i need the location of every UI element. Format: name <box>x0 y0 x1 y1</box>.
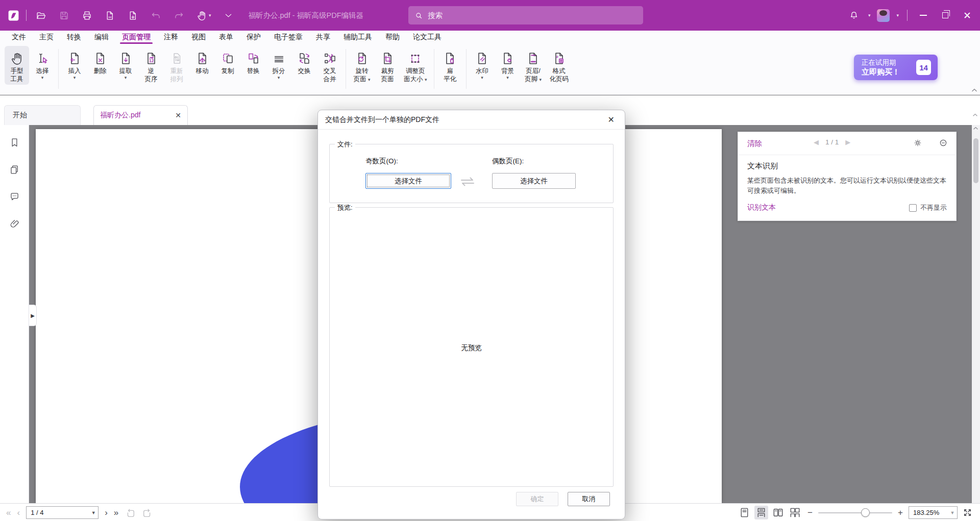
tab-document[interactable]: 福昕办公.pdf ✕ <box>93 105 188 125</box>
open-file-icon[interactable] <box>36 10 46 21</box>
dropdown-caret-icon[interactable]: ▾ <box>41 75 44 81</box>
search-input[interactable]: 搜索 <box>408 6 643 24</box>
minimize-button[interactable] <box>916 8 931 23</box>
tab-start[interactable]: 开始 <box>4 105 81 125</box>
expand-panel-handle[interactable]: ▶ <box>29 305 37 326</box>
ribbon-tool-reverse-order[interactable]: 12逆页序 <box>139 46 163 85</box>
choose-odd-file-button[interactable]: 选择文件 <box>365 173 451 189</box>
notifications-caret-icon[interactable]: ▾ <box>868 13 871 18</box>
pager-next-icon[interactable]: ▶ <box>845 138 850 146</box>
dropdown-caret-icon[interactable]: ▾ <box>125 75 127 81</box>
scrollbar-thumb[interactable] <box>973 138 978 183</box>
menu-item-help[interactable]: 帮助 <box>379 31 406 44</box>
notifications-bell-icon[interactable] <box>846 8 862 23</box>
ribbon-tool-move-pages[interactable]: 移动 <box>190 46 214 77</box>
save-icon[interactable] <box>59 10 69 21</box>
page-plus-icon[interactable] <box>128 10 138 21</box>
comments-icon[interactable] <box>9 191 20 202</box>
account-caret-icon[interactable]: ▾ <box>896 13 899 18</box>
combo-caret-icon[interactable]: ▼ <box>948 510 957 515</box>
dropdown-caret-icon[interactable]: ▾ <box>506 75 509 81</box>
single-page-icon[interactable] <box>738 506 751 519</box>
ribbon-tool-replace-pages[interactable]: 替换 <box>241 46 265 77</box>
dropdown-caret-icon[interactable]: ▾ <box>278 75 280 81</box>
undo-icon[interactable] <box>151 10 161 21</box>
collapse-card-icon[interactable] <box>939 138 948 147</box>
fullscreen-icon[interactable] <box>962 507 973 518</box>
previous-page-button[interactable]: ‹ <box>17 508 20 517</box>
ribbon-tool-delete-pages[interactable]: 删除 <box>88 46 112 77</box>
pager-prev-icon[interactable]: ◀ <box>814 138 819 146</box>
ribbon-tool-resize-pages[interactable]: 调整页面大小 ▾ <box>401 46 430 85</box>
next-view-icon[interactable] <box>142 507 153 518</box>
choose-even-file-button[interactable]: 选择文件 <box>492 173 576 189</box>
menu-item-share[interactable]: 共享 <box>309 31 337 44</box>
first-page-button[interactable]: « <box>6 508 11 517</box>
menu-item-convert[interactable]: 转换 <box>60 31 88 44</box>
ribbon-tool-extract-pages[interactable]: 提取▾ <box>113 46 138 82</box>
dialog-close-icon[interactable]: ✕ <box>605 114 618 126</box>
zoom-slider[interactable] <box>818 512 892 513</box>
ribbon-tool-swap-pages[interactable]: 交换 <box>292 46 316 77</box>
zoom-in-button[interactable]: + <box>897 508 904 518</box>
ribbon-tool-split-document[interactable]: 拆分▾ <box>266 46 291 82</box>
zoom-level-combo[interactable]: 183.25% ▼ <box>909 506 958 519</box>
menu-item-comment[interactable]: 注释 <box>157 31 185 44</box>
menu-item-file[interactable]: 文件 <box>5 31 33 44</box>
restore-button[interactable] <box>938 8 953 23</box>
ribbon-tool-header-footer[interactable]: 页眉/页脚 ▾ <box>521 46 546 85</box>
ribbon-tool-insert-pages[interactable]: 插入▾ <box>62 46 87 82</box>
ribbon-tool-flatten-pages[interactable]: 扁平化 <box>438 46 462 85</box>
menu-item-view[interactable]: 视图 <box>185 31 212 44</box>
menu-item-thesis-tools[interactable]: 论文工具 <box>406 31 448 44</box>
scroll-up-icon[interactable] <box>972 113 978 117</box>
dropdown-caret-icon[interactable]: ▾ <box>481 75 483 81</box>
collapse-ribbon-icon[interactable] <box>971 88 977 92</box>
ribbon-tool-watermark[interactable]: 水印▾ <box>470 46 495 82</box>
vertical-scrollbar[interactable] <box>972 125 980 503</box>
last-page-button[interactable]: » <box>114 508 118 517</box>
menu-item-edit[interactable]: 编辑 <box>88 31 115 44</box>
combo-caret-icon[interactable]: ▼ <box>89 510 98 515</box>
toolbar-options-icon[interactable] <box>224 11 233 20</box>
bookmarks-icon[interactable] <box>9 137 20 148</box>
print-icon[interactable] <box>82 10 92 21</box>
trial-purchase-badge[interactable]: 正在试用期 立即购买！ 14 <box>854 55 938 80</box>
dismiss-checkbox[interactable] <box>909 204 917 212</box>
attachments-icon[interactable] <box>9 218 20 229</box>
ok-button[interactable]: 确定 <box>516 492 558 506</box>
scrollbar-up-icon[interactable] <box>973 127 978 130</box>
user-avatar[interactable] <box>877 9 890 22</box>
zoom-slider-handle[interactable] <box>861 508 870 517</box>
ribbon-tool-rotate-pages[interactable]: 旋转页面 ▾ <box>350 46 374 85</box>
menu-item-home[interactable]: 主页 <box>33 31 60 44</box>
ribbon-tool-interleave-merge[interactable]: 交叉合并 <box>317 46 342 85</box>
redo-icon[interactable] <box>174 10 184 21</box>
ribbon-tool-crop-pages[interactable]: 裁剪页面 <box>375 46 400 85</box>
ribbon-tool-hand-tool[interactable]: 手型工具 <box>5 46 29 85</box>
menu-item-protect[interactable]: 保护 <box>240 31 267 44</box>
page-minus-icon[interactable] <box>105 10 115 21</box>
dismiss-option[interactable]: 不再显示 <box>909 203 947 212</box>
close-button[interactable]: ✕ <box>960 8 975 23</box>
menu-item-page-management[interactable]: 页面管理 <box>115 31 157 44</box>
continuous-page-icon[interactable] <box>754 506 768 519</box>
ribbon-tool-select[interactable]: 选择▾ <box>30 46 55 82</box>
zoom-out-button[interactable]: − <box>806 508 814 518</box>
next-page-button[interactable]: › <box>105 508 108 517</box>
ribbon-tool-format-page-numbers[interactable]: #格式化页码 <box>547 46 572 85</box>
menu-item-e-sign[interactable]: 电子签章 <box>267 31 309 44</box>
continuous-facing-icon[interactable] <box>788 506 802 519</box>
hand-mode-icon[interactable]: ▾ <box>197 10 211 21</box>
cancel-button[interactable]: 取消 <box>568 492 610 506</box>
page-thumbnails-icon[interactable] <box>9 164 20 175</box>
facing-pages-icon[interactable] <box>771 506 785 519</box>
gear-icon[interactable] <box>913 138 922 147</box>
ribbon-tool-duplicate-pages[interactable]: 复制 <box>215 46 240 77</box>
dropdown-caret-icon[interactable]: ▾ <box>74 75 76 81</box>
foxit-logo-icon[interactable] <box>7 9 20 22</box>
tab-close-icon[interactable]: ✕ <box>175 111 181 119</box>
recognize-text-link[interactable]: 识别文本 <box>747 203 776 212</box>
menu-item-form[interactable]: 表单 <box>212 31 240 44</box>
page-number-combo[interactable]: 1 / 4 ▼ <box>26 506 99 519</box>
